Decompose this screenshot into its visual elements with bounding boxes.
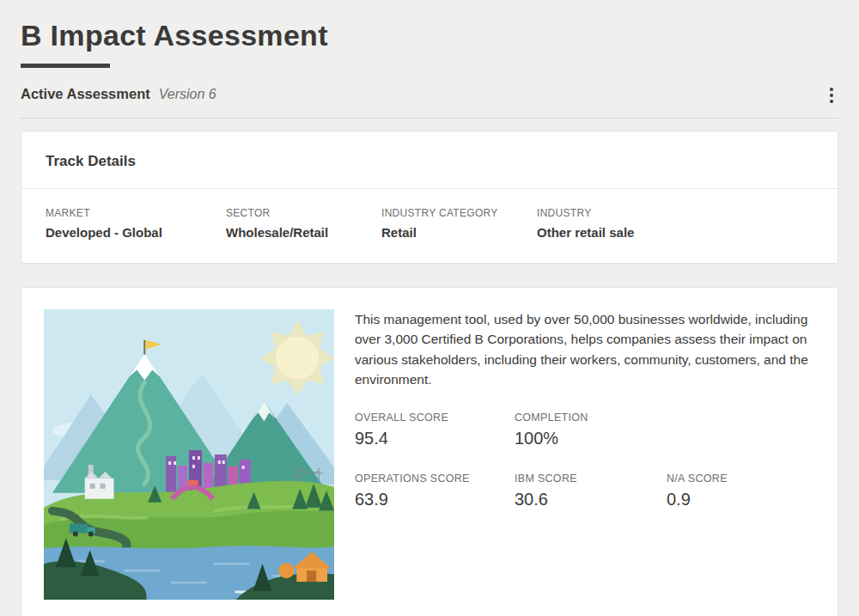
score-ibm-label: IBM SCORE — [515, 473, 667, 485]
field-market-value: Developed - Global — [46, 225, 226, 240]
score-operations-value: 63.9 — [355, 490, 515, 509]
kebab-menu-icon[interactable] — [825, 86, 838, 105]
score-na-label: N/A SCORE — [667, 473, 813, 485]
score-ibm: IBM SCORE 30.6 — [515, 473, 667, 509]
field-industry-category: INDUSTRY CATEGORY Retail — [381, 207, 537, 240]
description-text: This management tool, used by over 50,00… — [355, 309, 813, 389]
field-sector-value: Wholesale/Retail — [226, 225, 381, 240]
track-details-card: Track Details MARKET Developed - Global … — [21, 131, 838, 264]
score-na-value: 0.9 — [667, 490, 813, 509]
field-market: MARKET Developed - Global — [46, 207, 226, 240]
assessment-summary-card: This management tool, used by over 50,00… — [21, 287, 838, 616]
score-completion: COMPLETION 100% — [515, 412, 667, 448]
score-operations: OPERATIONS SCORE 63.9 — [355, 473, 515, 509]
field-industry: INDUSTRY Other retail sale — [537, 207, 813, 240]
score-completion-label: COMPLETION — [515, 412, 667, 424]
score-spacer — [667, 412, 813, 448]
field-sector: SECTOR Wholesale/Retail — [226, 207, 381, 240]
score-overall-value: 95.4 — [355, 429, 515, 448]
field-industry-category-label: INDUSTRY CATEGORY — [381, 207, 537, 219]
community-landscape-illustration — [44, 309, 334, 600]
field-industry-category-value: Retail — [381, 225, 537, 240]
score-na: N/A SCORE 0.9 — [667, 473, 813, 509]
score-completion-value: 100% — [515, 429, 667, 448]
active-assessment-label: Active Assessment — [21, 86, 150, 102]
score-overall: OVERALL SCORE 95.4 — [355, 412, 515, 448]
page-root: B Impact Assessment Active Assessment Ve… — [0, 0, 859, 616]
assessment-summary: This management tool, used by over 50,00… — [355, 309, 813, 600]
active-assessment-bar: Active Assessment Version 6 — [21, 86, 838, 119]
page-title: B Impact Assessment — [21, 19, 838, 52]
field-industry-label: INDUSTRY — [537, 207, 813, 219]
field-sector-label: SECTOR — [226, 207, 381, 219]
version-label: Version 6 — [159, 87, 216, 102]
score-operations-label: OPERATIONS SCORE — [355, 473, 515, 485]
score-overall-label: OVERALL SCORE — [355, 412, 515, 424]
title-underline — [21, 64, 110, 68]
illustration-image — [44, 309, 334, 600]
scores-grid: OVERALL SCORE 95.4 COMPLETION 100% OPERA… — [355, 412, 813, 509]
field-industry-value: Other retail sale — [537, 225, 813, 240]
track-details-title: Track Details — [21, 131, 838, 189]
score-ibm-value: 30.6 — [515, 490, 667, 509]
field-market-label: MARKET — [46, 207, 226, 219]
track-details-fields: MARKET Developed - Global SECTOR Wholesa… — [21, 189, 838, 263]
